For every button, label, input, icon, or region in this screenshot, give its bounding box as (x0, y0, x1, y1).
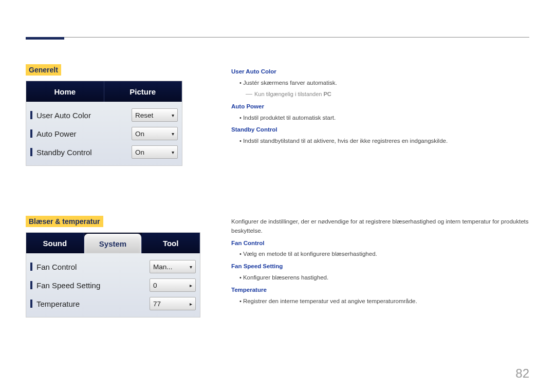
dropdown-value: On (135, 130, 144, 138)
chevron-down-icon: ▾ (172, 131, 174, 137)
chevron-down-icon: ▾ (172, 150, 174, 155)
dropdown-standby-control[interactable]: On ▾ (132, 145, 178, 159)
desc-bullet: Justér skærmens farver automatisk. (231, 79, 529, 88)
menu-body-2: Fan Control Man... ▾ Fan Speed Setting 0… (26, 253, 200, 317)
row-tick (30, 281, 32, 289)
row-tick (30, 111, 32, 119)
page-number: 82 (515, 366, 529, 381)
dropdown-auto-power[interactable]: On ▾ (132, 127, 178, 140)
row-tick (30, 129, 32, 138)
chevron-right-icon: ▸ (190, 283, 192, 288)
menu-body-1: User Auto Color Reset ▾ Auto Power On ▾ … (26, 102, 182, 165)
dropdown-value: Reset (135, 111, 153, 119)
tab-tool[interactable]: Tool (142, 233, 200, 253)
menu-row: Fan Control Man... ▾ (30, 257, 196, 276)
row-label: Fan Speed Setting (36, 281, 150, 290)
menu-row: User Auto Color Reset ▾ (30, 106, 178, 124)
desc-heading: Fan Control (231, 239, 529, 248)
tab-home[interactable]: Home (26, 81, 104, 102)
tab-system[interactable]: System (84, 234, 142, 253)
row-tick (30, 300, 32, 308)
section-1-left: Generelt Home Picture User Auto Color Re… (26, 64, 190, 166)
tab-picture[interactable]: Picture (104, 81, 182, 102)
row-label: User Auto Color (36, 111, 132, 120)
menu-row: Auto Power On ▾ (30, 124, 178, 143)
desc-bullet: Vælg en metode til at konfigurere blæser… (231, 250, 529, 259)
desc-heading: Standby Control (231, 125, 529, 135)
section-1-right: User Auto Color Justér skærmens farver a… (231, 64, 529, 147)
tab-sound[interactable]: Sound (26, 233, 84, 253)
desc-heading: Temperature (231, 286, 529, 295)
desc-note: ―Kun tilgængelig i tilstanden PC (231, 89, 529, 99)
row-tick (30, 148, 32, 156)
note-text: Kun tilgængelig i tilstanden (254, 91, 324, 97)
stepper-value: 0 (153, 282, 157, 289)
desc-intro: Konfigurer de indstillinger, der er nødv… (231, 217, 529, 236)
chevron-down-icon: ▾ (172, 113, 174, 118)
desc-heading: Fan Speed Setting (231, 262, 529, 271)
chevron-down-icon: ▾ (190, 264, 192, 270)
desc-bullet: Indstil produktet til automatisk start. (231, 114, 529, 123)
chevron-right-icon: ▸ (190, 301, 192, 307)
dropdown-fan-control[interactable]: Man... ▾ (150, 260, 196, 273)
menu-row: Fan Speed Setting 0 ▸ (30, 276, 196, 294)
desc-heading: User Auto Color (231, 67, 529, 77)
dropdown-value: On (135, 148, 144, 156)
desc-bullet: Indstil standbytilstand til at aktivere,… (231, 137, 529, 146)
dropdown-value: Man... (153, 263, 173, 271)
tab-bar-2: Sound System Tool (26, 233, 200, 253)
section-2-title: Blæser & temperatur (26, 216, 103, 227)
tab-bar-1: Home Picture (26, 81, 182, 102)
dropdown-user-auto-color[interactable]: Reset ▾ (132, 108, 178, 122)
row-label: Temperature (36, 300, 150, 308)
menu-row: Standby Control On ▾ (30, 143, 178, 161)
row-label: Auto Power (36, 129, 132, 138)
stepper-temperature[interactable]: 77 ▸ (150, 297, 196, 310)
dash-icon: ― (246, 90, 252, 98)
header-rule (26, 37, 529, 38)
menu-screenshot-1: Home Picture User Auto Color Reset ▾ Aut… (26, 81, 182, 166)
note-bold: PC (324, 91, 331, 97)
row-label: Fan Control (36, 263, 150, 271)
section-2-right: Konfigurer de indstillinger, der er nødv… (231, 217, 529, 307)
section-2-left: Blæser & temperatur Sound System Tool Fa… (26, 216, 190, 318)
stepper-value: 77 (153, 300, 161, 308)
desc-heading: Auto Power (231, 102, 529, 111)
header-accent-bar (26, 37, 64, 40)
menu-screenshot-2: Sound System Tool Fan Control Man... ▾ F… (26, 232, 200, 318)
row-tick (30, 263, 32, 271)
desc-bullet: Konfigurer blæserens hastighed. (231, 273, 529, 283)
menu-row: Temperature 77 ▸ (30, 294, 196, 313)
stepper-fan-speed[interactable]: 0 ▸ (150, 278, 196, 292)
row-label: Standby Control (36, 148, 132, 157)
desc-bullet: Registrer den interne temperatur ved at … (231, 297, 529, 306)
section-1-title: Generelt (26, 64, 61, 76)
